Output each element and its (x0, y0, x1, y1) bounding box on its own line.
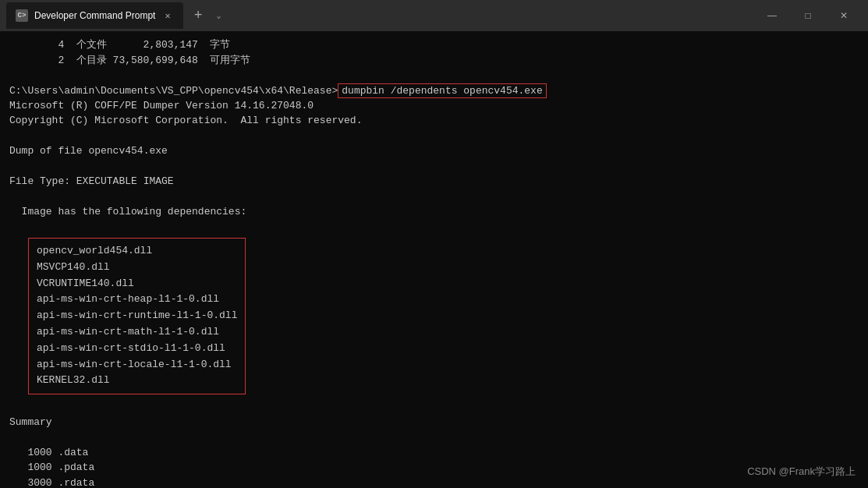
empty-line1 (9, 68, 859, 83)
summary-label: Summary (9, 415, 859, 430)
summary-rows: 1000 .data 1000 .pdata 3000 .rdata 1000 … (9, 445, 859, 488)
empty-line5 (9, 220, 859, 235)
dep-item: MSVCP140.dll (37, 260, 237, 276)
window-controls: — □ ✕ (754, 0, 862, 31)
summary-row: 3000 .rdata (9, 476, 859, 488)
dep-item: api-ms-win-crt-heap-l1-1-0.dll (37, 292, 237, 308)
dep-item: KERNEL32.dll (37, 373, 237, 389)
dropdown-button[interactable]: ⌄ (213, 11, 224, 20)
command-text: dumpbin /dependents opencv454.exe (338, 83, 546, 98)
tab-close-button[interactable]: ✕ (161, 9, 173, 23)
dependencies-box: opencv_world454.dllMSVCP140.dllVCRUNTIME… (28, 238, 246, 394)
empty-line3 (9, 159, 859, 175)
dep-item: api-ms-win-crt-stdio-l1-1-0.dll (37, 341, 237, 357)
prompt-path: C:\Users\admin\Documents\VS_CPP\opencv45… (9, 85, 338, 97)
dep-item: api-ms-win-crt-runtime-l1-1-0.dll (37, 308, 237, 324)
summary-row: 1000 .data (9, 445, 859, 461)
dep-item: opencv_world454.dll (37, 243, 237, 260)
dependencies-list: opencv_world454.dllMSVCP140.dllVCRUNTIME… (37, 243, 237, 389)
terminal-body[interactable]: 4 个文件 2,803,147 字节 2 个目录 73,580,699,648 … (0, 31, 868, 488)
title-bar: C> Developer Command Prompt ✕ + ⌄ — □ ✕ (0, 0, 868, 31)
command-line: C:\Users\admin\Documents\VS_CPP\opencv45… (9, 83, 859, 98)
dep-item: VCRUNTIME140.dll (37, 276, 237, 292)
summary-row: 1000 .pdata (9, 460, 859, 476)
deps-header: Image has the following dependencies: (9, 204, 859, 220)
copyright-line1: Microsoft (R) COFF/PE Dumper Version 14.… (9, 98, 859, 114)
empty-line6 (9, 399, 859, 415)
tab-title: Developer Command Prompt (34, 10, 155, 21)
file-type-line: File Type: EXECUTABLE IMAGE (9, 174, 859, 189)
new-tab-button[interactable]: + (190, 8, 207, 23)
copyright-line2: Copyright (C) Microsoft Corporation. All… (9, 113, 859, 129)
tab-icon: C> (16, 9, 28, 22)
dep-item: api-ms-win-crt-math-l1-1-0.dll (37, 324, 237, 341)
empty-line2 (9, 129, 859, 144)
empty-line7 (9, 430, 859, 445)
dump-line: Dump of file opencv454.exe (9, 143, 859, 159)
close-button[interactable]: ✕ (826, 0, 862, 31)
minimize-button[interactable]: — (754, 0, 790, 31)
dir-line1: 4 个文件 2,803,147 字节 (9, 37, 859, 53)
dep-item: api-ms-win-crt-locale-l1-1-0.dll (37, 357, 237, 373)
empty-line4 (9, 189, 859, 205)
dir-line2: 2 个目录 73,580,699,648 可用字节 (9, 53, 859, 69)
watermark: CSDN @Frank学习路上 (747, 465, 856, 479)
maximize-button[interactable]: □ (790, 0, 826, 31)
active-tab[interactable]: C> Developer Command Prompt ✕ (6, 2, 183, 29)
title-bar-left: C> Developer Command Prompt ✕ + ⌄ (6, 2, 754, 29)
